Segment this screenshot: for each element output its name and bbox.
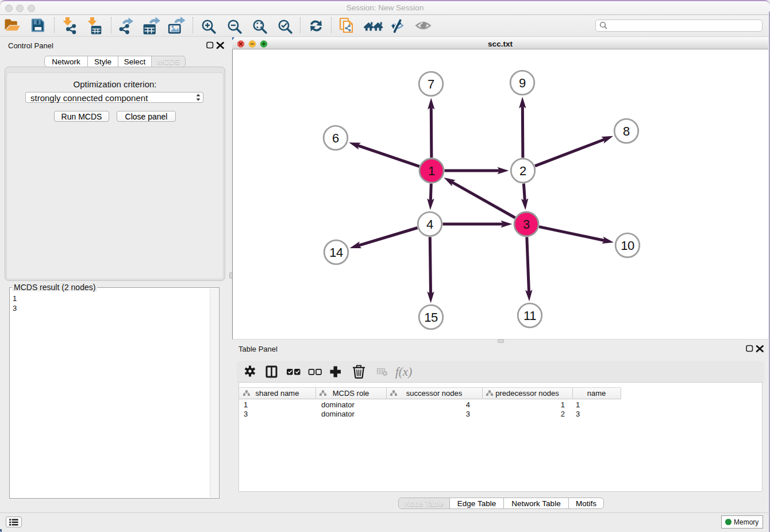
svg-text:8: 8 bbox=[623, 124, 630, 138]
svg-text:9: 9 bbox=[519, 76, 526, 90]
svg-text:4: 4 bbox=[426, 217, 433, 232]
svg-text:7: 7 bbox=[428, 77, 434, 91]
svg-text:14: 14 bbox=[329, 245, 343, 260]
svg-text:3: 3 bbox=[523, 217, 530, 232]
svg-text:11: 11 bbox=[523, 309, 536, 323]
svg-text:f(x): f(x) bbox=[395, 365, 412, 379]
svg-text:10: 10 bbox=[621, 238, 634, 253]
svg-text:1: 1 bbox=[428, 164, 435, 178]
svg-text:15: 15 bbox=[424, 310, 438, 325]
svg-text:2: 2 bbox=[519, 164, 526, 178]
svg-text:6: 6 bbox=[332, 131, 339, 145]
